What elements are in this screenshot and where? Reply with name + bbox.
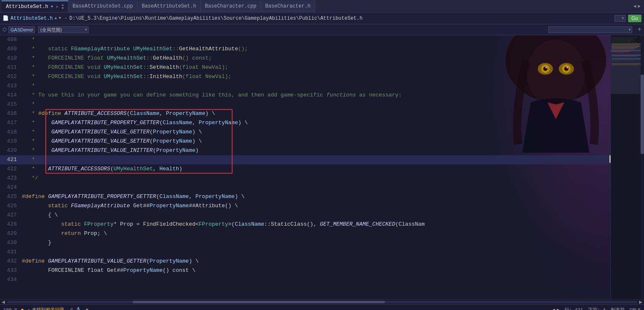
line-number-434: 434	[0, 275, 22, 284]
tab-basecharacter-cpp[interactable]: BaseCharacter.cpp	[201, 0, 261, 12]
tools-icon[interactable]: 🔧	[76, 307, 82, 310]
scroll-right-btn[interactable]: ▶	[639, 299, 642, 305]
file-nav-down[interactable]: ▼	[59, 16, 61, 21]
project-scope: ⬡ GASDemo ▼	[3, 26, 35, 33]
line-number-409: 409	[0, 44, 22, 54]
code-line-434: 434	[0, 275, 610, 284]
col-info: 字符: 4	[588, 307, 606, 310]
selection-region: 416 * #define ATTRIBUTE_ACCESSORS(ClassN…	[0, 109, 610, 174]
status-right: ◀ ▶ 行: 421 字符: 4 制表符 CRLF	[552, 307, 641, 310]
code-line-420: 420 * GAMEPLAYATTRIBUTE_VALUE_INITTER(Pr…	[0, 146, 610, 155]
nav-left-btn[interactable]: ◀	[552, 307, 555, 310]
line-content-433: FORCEINLINE float Get##PropertyName() co…	[22, 266, 610, 275]
file-name-display: 📄 AttributeSet.h ▲ ▼	[3, 15, 61, 21]
tab-basecharacter-h[interactable]: BaseCharacter.h	[261, 0, 315, 12]
line-content-427: { \	[22, 211, 610, 220]
file-icon: 📄	[3, 15, 9, 21]
horizontal-scrollbar[interactable]: ◀ ▶	[0, 299, 644, 304]
project-select[interactable]: GASDemo	[8, 26, 35, 33]
line-content-426: static FGameplayAttribute Get##PropertyN…	[22, 201, 610, 211]
minimap[interactable]	[610, 35, 644, 299]
line-content-414: * To use this in your game you can defin…	[22, 91, 610, 100]
line-content-410: * FORCEINLINE float UMyHealthSet::GetHea…	[22, 54, 610, 63]
project-icon: ⬡	[3, 27, 7, 32]
line-number-417: 417	[0, 118, 22, 128]
file-nav-up[interactable]: ▲	[55, 16, 57, 21]
scope-dropdown[interactable]: (全局范围) ▼	[38, 26, 89, 33]
tab-baseattributeset-h[interactable]: BaseAttributeSet.h	[138, 0, 201, 12]
tab-baseattributeset-cpp[interactable]: BaseAttributeSet.cpp	[68, 0, 138, 12]
line-content-429: return Prop; \	[22, 229, 610, 238]
scrollbar-track[interactable]	[7, 301, 637, 303]
line-number-428: 428	[0, 220, 22, 229]
line-content-417: * GAMEPLAYATTRIBUTE_PROPERTY_GETTER(Clas…	[22, 118, 610, 128]
scope-bar-right: ▼	[548, 26, 632, 33]
code-editor[interactable]: 408 * 409 * static FGameplayAttribute UM…	[0, 35, 610, 299]
file-name-text: AttributeSet.h	[10, 16, 53, 21]
tab-indicator: ●	[51, 4, 53, 9]
vertical-scrollbar[interactable]	[641, 35, 644, 299]
line-number-433: 433	[0, 266, 22, 275]
line-content-408: *	[22, 35, 610, 44]
line-number-420: 420	[0, 146, 22, 155]
warning-text: 未找到相关问题	[32, 307, 64, 310]
svg-rect-12	[612, 40, 635, 40]
scope-right-dropdown[interactable]: ▼	[548, 26, 632, 33]
code-line-414: 414 * To use this in your game you can d…	[0, 91, 610, 100]
code-line-408: 408 *	[0, 35, 610, 44]
tab-attributeset-h[interactable]: AttributeSet.h ● ✕ ▲ ▼	[2, 0, 68, 12]
svg-rect-10	[612, 37, 637, 38]
line-number-427: 427	[0, 211, 22, 220]
tab-label: BaseCharacter.cpp	[205, 3, 256, 9]
line-number-421: 421	[0, 155, 22, 164]
status-bar: 100 % ● ⚠ 未找到相关问题 ⎇ 🔧 ▼ ◀ ▶ 行: 421 字符: 4…	[0, 304, 644, 310]
tab-scroll-left[interactable]: ◀	[634, 3, 636, 9]
code-line-431: 431	[0, 247, 610, 257]
nav-right-btn[interactable]: ▶	[557, 307, 560, 310]
line-number-410: 410	[0, 54, 22, 63]
scope-bar: ⬡ GASDemo ▼ (全局范围) ▼ ▼ +	[0, 24, 644, 35]
line-info: 行: 421	[565, 307, 583, 310]
path-scope-select[interactable]	[615, 15, 626, 22]
encoding-info: 制表符	[611, 307, 625, 310]
status-dot: ●	[21, 307, 24, 310]
editor-container: 408 * 409 * static FGameplayAttribute UM…	[0, 35, 644, 299]
tab-scroll-right[interactable]: ▶	[638, 3, 641, 9]
project-dropdown[interactable]: GASDemo ▼	[8, 26, 35, 33]
go-button[interactable]: Go	[628, 15, 641, 22]
tab-close-attributeset-h[interactable]: ✕	[56, 4, 58, 9]
filter-icon[interactable]: ▼	[86, 307, 89, 310]
line-content-425: #define GAMEPLAYATTRIBUTE_PROPERTY_GETTE…	[22, 192, 610, 201]
tab-bar: AttributeSet.h ● ✕ ▲ ▼ BaseAttributeSet.…	[0, 0, 644, 13]
tab-nav-arrows[interactable]: ▲ ▼	[62, 3, 64, 10]
tab-label: BaseAttributeSet.cpp	[73, 3, 133, 9]
code-line-433: 433 FORCEINLINE float Get##PropertyName(…	[0, 266, 610, 275]
line-number-430: 430	[0, 238, 22, 247]
zoom-level: 100 %	[3, 307, 17, 310]
code-line-428: 428 static FProperty* Prop = FindFieldCh…	[0, 220, 610, 229]
tab-label: BaseCharacter.h	[265, 3, 311, 9]
path-separator: →	[64, 16, 67, 21]
code-line-409: 409 * static FGameplayAttribute UMyHealt…	[0, 44, 610, 54]
tab-label: BaseAttributeSet.h	[142, 3, 196, 9]
line-content-413: *	[22, 81, 610, 91]
tab-label: AttributeSet.h	[6, 4, 48, 10]
path-dropdown[interactable]: ▼	[615, 15, 626, 22]
scope-select[interactable]: (全局范围)	[38, 26, 89, 33]
line-content-418: * GAMEPLAYATTRIBUTE_VALUE_GETTER(Propert…	[22, 128, 610, 137]
code-line-413: 413 *	[0, 81, 610, 91]
line-number-422: 422	[0, 164, 22, 174]
line-number-423: 423	[0, 174, 22, 183]
scroll-left-btn[interactable]: ◀	[2, 299, 5, 305]
code-line-430: 430 }	[0, 238, 610, 247]
code-line-432: 432 #define GAMEPLAYATTRIBUTE_VALUE_GETT…	[0, 257, 610, 266]
scrollbar-thumb	[133, 301, 385, 303]
add-scope-btn[interactable]: +	[637, 26, 641, 34]
line-content-420: * GAMEPLAYATTRIBUTE_VALUE_INITTER(Proper…	[22, 146, 610, 155]
scope-right-select[interactable]	[548, 26, 632, 33]
code-line-424: 424	[0, 183, 610, 192]
line-content-421: *	[22, 155, 609, 164]
line-number-419: 419	[0, 137, 22, 146]
status-left: 100 % ● ⚠ 未找到相关问题 ⎇ 🔧 ▼	[3, 307, 89, 310]
source-control-icon[interactable]: ⎇	[68, 307, 73, 310]
